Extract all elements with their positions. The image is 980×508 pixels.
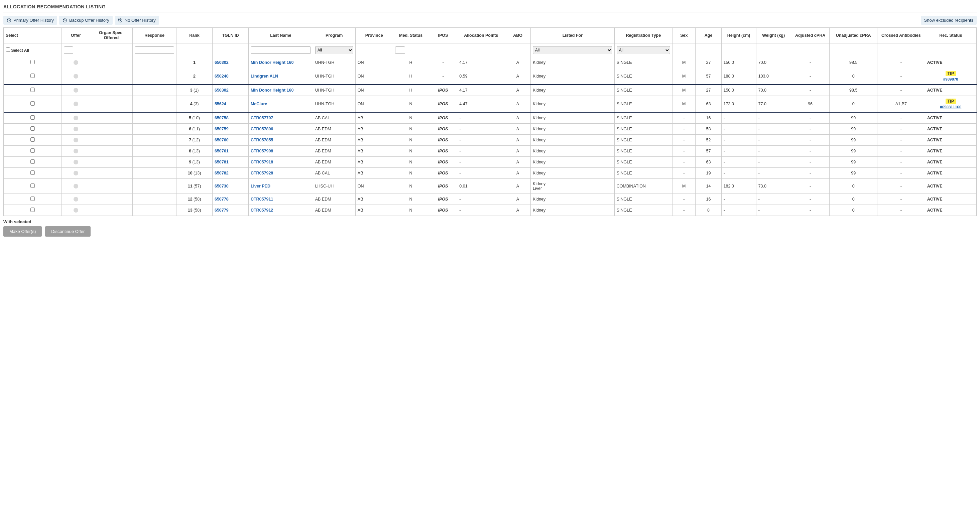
response-filter-input[interactable] bbox=[135, 46, 174, 54]
col-ipos[interactable]: IPOS bbox=[429, 28, 457, 43]
lastname-link[interactable]: CTR057797 bbox=[251, 116, 273, 120]
col-abo[interactable]: ABO bbox=[505, 28, 530, 43]
row-select-checkbox[interactable] bbox=[30, 170, 35, 175]
offer-status-icon[interactable] bbox=[73, 102, 78, 106]
row-select-checkbox[interactable] bbox=[30, 101, 35, 106]
col-regtype[interactable]: Registration Type bbox=[614, 28, 672, 43]
offer-status-icon[interactable] bbox=[73, 171, 78, 175]
row-select-checkbox[interactable] bbox=[30, 88, 35, 92]
tgln-id-link[interactable]: 650760 bbox=[215, 138, 229, 142]
offer-status-icon[interactable] bbox=[73, 184, 78, 188]
lastname-link[interactable]: CTR057911 bbox=[251, 197, 273, 202]
height-cell: 150.0 bbox=[721, 84, 756, 96]
col-med[interactable]: Med. Status bbox=[393, 28, 429, 43]
col-weight[interactable]: Weight (kg) bbox=[756, 28, 791, 43]
offer-status-icon[interactable] bbox=[73, 116, 78, 120]
offer-status-icon[interactable] bbox=[73, 197, 78, 202]
col-province[interactable]: Province bbox=[355, 28, 393, 43]
lastname-link[interactable]: CTR057928 bbox=[251, 171, 273, 175]
offer-status-icon[interactable] bbox=[73, 149, 78, 153]
row-select-checkbox[interactable] bbox=[30, 137, 35, 142]
lastname-link[interactable]: Min Donor Height 160 bbox=[251, 60, 293, 65]
col-listed[interactable]: Listed For bbox=[531, 28, 615, 43]
col-rank[interactable]: Rank bbox=[177, 28, 213, 43]
tgln-id-link[interactable]: 650761 bbox=[215, 149, 229, 153]
lastname-cell: CTR057908 bbox=[248, 146, 313, 157]
row-select-checkbox[interactable] bbox=[30, 60, 35, 64]
tgln-id-link[interactable]: 650779 bbox=[215, 208, 229, 213]
col-height[interactable]: Height (cm) bbox=[721, 28, 756, 43]
tgln-id-cell: 650778 bbox=[212, 194, 248, 205]
status-text: ACTIVE bbox=[927, 127, 943, 131]
offer-status-icon[interactable] bbox=[73, 60, 78, 65]
tip-link[interactable]: #650311160 bbox=[940, 105, 961, 109]
tgln-id-link[interactable]: 650782 bbox=[215, 171, 229, 175]
backup-offer-history-button[interactable]: Backup Offer History bbox=[59, 16, 113, 25]
lastname-link[interactable]: McClure bbox=[251, 102, 267, 106]
col-adjcpra[interactable]: Adjusted cPRA bbox=[791, 28, 830, 43]
select-all-checkbox[interactable] bbox=[6, 48, 10, 52]
discontinue-offer-button[interactable]: Discontinue Offer bbox=[45, 226, 91, 237]
col-select[interactable]: Select bbox=[4, 28, 62, 43]
offer-filter-input[interactable] bbox=[64, 46, 73, 54]
row-select-checkbox[interactable] bbox=[30, 207, 35, 212]
col-response[interactable]: Response bbox=[132, 28, 176, 43]
col-unadj[interactable]: Unadjusted cPRA bbox=[830, 28, 877, 43]
primary-offer-history-button[interactable]: Primary Offer History bbox=[3, 16, 57, 25]
col-organ[interactable]: Organ Spec. Offered bbox=[90, 28, 132, 43]
tgln-id-link[interactable]: 650778 bbox=[215, 197, 229, 202]
tgln-id-link[interactable]: 650758 bbox=[215, 116, 229, 120]
col-recstat[interactable]: Rec. Status bbox=[925, 28, 976, 43]
tgln-id-link[interactable]: 650302 bbox=[215, 88, 229, 92]
offer-status-icon[interactable] bbox=[73, 138, 78, 142]
registration-type-cell: SINGLE bbox=[614, 135, 672, 146]
tgln-id-link[interactable]: 650759 bbox=[215, 127, 229, 131]
row-select-checkbox[interactable] bbox=[30, 196, 35, 201]
lastname-cell: CTR057855 bbox=[248, 135, 313, 146]
med-filter-input[interactable] bbox=[395, 46, 405, 54]
lastname-link[interactable]: CTR057918 bbox=[251, 160, 273, 164]
col-tgln[interactable]: TGLN ID bbox=[212, 28, 248, 43]
registration-type-cell: SINGLE bbox=[614, 84, 672, 96]
col-lname[interactable]: Last Name bbox=[248, 28, 313, 43]
no-offer-history-button[interactable]: No Offer History bbox=[115, 16, 159, 25]
lastname-link[interactable]: CTR057912 bbox=[251, 208, 273, 213]
col-points[interactable]: Allocation Points bbox=[457, 28, 505, 43]
tgln-id-link[interactable]: 650302 bbox=[215, 60, 229, 65]
col-program[interactable]: Program bbox=[313, 28, 355, 43]
tgln-id-link[interactable]: 650730 bbox=[215, 184, 229, 188]
tgln-id-link[interactable]: 650240 bbox=[215, 74, 229, 78]
col-sex[interactable]: Sex bbox=[673, 28, 695, 43]
row-select-checkbox[interactable] bbox=[30, 183, 35, 188]
lastname-link[interactable]: Liver PED bbox=[251, 184, 270, 188]
lname-filter-input[interactable] bbox=[251, 46, 311, 54]
offer-status-icon[interactable] bbox=[73, 208, 78, 213]
offer-status-icon[interactable] bbox=[73, 88, 78, 92]
lastname-link[interactable]: Min Donor Height 160 bbox=[251, 88, 293, 92]
lastname-link[interactable]: CTR057908 bbox=[251, 149, 273, 153]
weight-cell: - bbox=[756, 124, 791, 135]
make-offers-button[interactable]: Make Offer(s) bbox=[3, 226, 42, 237]
tgln-id-link[interactable]: 650781 bbox=[215, 160, 229, 164]
program-filter-select[interactable]: All bbox=[315, 46, 353, 54]
show-excluded-button[interactable]: Show excluded recipients bbox=[921, 16, 977, 25]
row-select-checkbox[interactable] bbox=[30, 115, 35, 119]
row-select-checkbox[interactable] bbox=[30, 73, 35, 78]
offer-status-icon[interactable] bbox=[73, 160, 78, 164]
offer-status-icon[interactable] bbox=[73, 74, 78, 78]
lastname-link[interactable]: CTR057855 bbox=[251, 138, 273, 142]
select-all-label[interactable]: Select All bbox=[6, 48, 29, 53]
lastname-link[interactable]: CTR057806 bbox=[251, 127, 273, 131]
row-select-checkbox[interactable] bbox=[30, 148, 35, 153]
row-select-checkbox[interactable] bbox=[30, 126, 35, 131]
col-crossed[interactable]: Crossed Antibodies bbox=[877, 28, 925, 43]
col-age[interactable]: Age bbox=[695, 28, 721, 43]
offer-status-icon[interactable] bbox=[73, 127, 78, 131]
regtype-filter-select[interactable]: All bbox=[617, 46, 670, 54]
col-offer[interactable]: Offer bbox=[62, 28, 90, 43]
lastname-link[interactable]: Lindgren ALN bbox=[251, 74, 278, 78]
listed-filter-select[interactable]: All bbox=[533, 46, 612, 54]
tgln-id-link[interactable]: 55624 bbox=[215, 102, 226, 106]
row-select-checkbox[interactable] bbox=[30, 159, 35, 164]
tip-link[interactable]: #989878 bbox=[943, 77, 958, 81]
